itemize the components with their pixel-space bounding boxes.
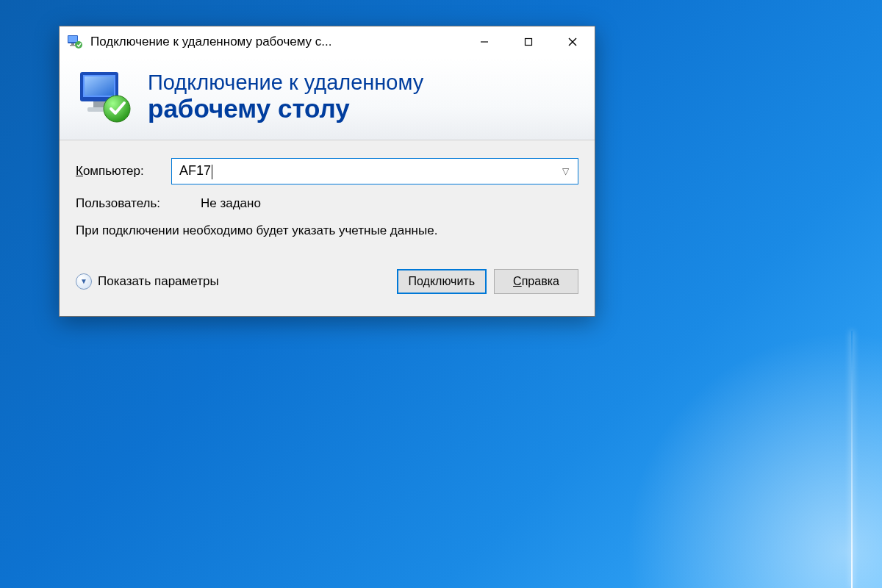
- minimize-button[interactable]: [462, 26, 506, 57]
- svg-rect-6: [526, 39, 532, 46]
- dialog-header: Подключение к удаленному рабочему столу: [60, 57, 595, 140]
- dialog-footer: ▼ Показать параметры Подключить Справка: [76, 262, 578, 304]
- window-title: Подключение к удаленному рабочему с...: [90, 35, 462, 49]
- maximize-button[interactable]: [506, 26, 551, 57]
- user-row: Пользователь: Не задано: [76, 196, 578, 211]
- titlebar[interactable]: Подключение к удаленному рабочему с...: [60, 26, 595, 57]
- rdp-header-icon: [76, 68, 135, 126]
- expand-down-icon: ▼: [76, 273, 92, 290]
- rdp-app-icon: [67, 34, 83, 50]
- computer-combobox[interactable]: AF17 ▽: [171, 158, 578, 184]
- dialog-title-block: Подключение к удаленному рабочему столу: [148, 71, 423, 123]
- dialog-body: Компьютер: AF17 ▽ Пользователь: Не задан…: [60, 140, 595, 316]
- dialog-title-line2: рабочему столу: [148, 95, 423, 123]
- computer-row: Компьютер: AF17 ▽: [76, 158, 578, 184]
- svg-rect-12: [93, 101, 105, 107]
- connect-button[interactable]: Подключить: [397, 269, 487, 294]
- computer-label: Компьютер:: [76, 164, 171, 179]
- chevron-down-icon[interactable]: ▽: [559, 166, 572, 176]
- help-button[interactable]: Справка: [494, 269, 578, 294]
- rdp-window: Подключение к удаленному рабочему с...: [59, 26, 595, 317]
- svg-point-4: [75, 41, 82, 49]
- svg-rect-1: [68, 36, 77, 42]
- svg-rect-11: [85, 76, 114, 96]
- svg-point-14: [104, 96, 130, 122]
- close-button[interactable]: [551, 26, 595, 57]
- svg-rect-3: [70, 45, 76, 46]
- window-controls: [462, 26, 595, 57]
- credentials-info: При подключении необходимо будет указать…: [76, 223, 578, 240]
- dialog-title-line1: Подключение к удаленному: [148, 71, 423, 95]
- svg-rect-2: [71, 43, 74, 45]
- user-label: Пользователь:: [76, 196, 171, 211]
- user-value: Не задано: [201, 196, 261, 211]
- show-options-toggle[interactable]: ▼ Показать параметры: [76, 273, 219, 290]
- computer-value: AF17: [179, 163, 559, 179]
